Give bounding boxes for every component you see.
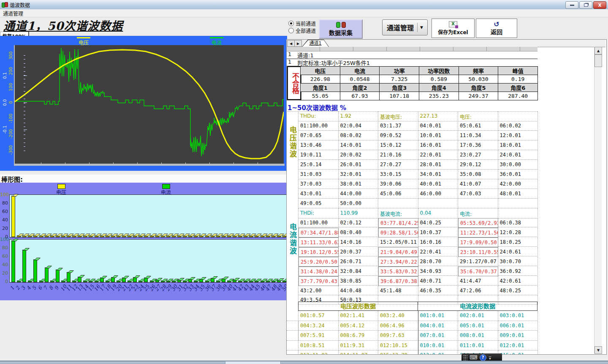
summary-value-cell: 55.05 <box>301 92 340 100</box>
harmonic-bar-42 <box>238 280 242 282</box>
harmonic-bar-34 <box>194 280 198 282</box>
ime-collapse-icon[interactable]: −▾ <box>489 356 492 360</box>
taskbar-button-peek[interactable] <box>225 361 281 364</box>
harmonic-cell: 40:0.01 <box>418 179 459 189</box>
app-icon <box>1 2 8 8</box>
harmonic-cell: 29:1.27/0.07 <box>458 257 498 266</box>
harmonic-bar-29 <box>166 235 170 237</box>
keyboard-icon[interactable]: ⌨ <box>470 356 478 360</box>
return-button[interactable]: ↺ 返回 <box>476 19 517 38</box>
menu-item-channel-management[interactable]: 通道管理 <box>0 10 26 17</box>
harmonic-bar-32 <box>183 280 187 282</box>
harmonic-bar-36 <box>205 235 209 237</box>
harmonic-bar-37 <box>211 235 214 237</box>
harmonic-bar-7 <box>45 267 49 282</box>
restore-button[interactable] <box>579 1 592 9</box>
harmonic-cell: 15:2.05/0.11 <box>378 237 418 247</box>
vertical-scrollbar[interactable]: ▲ ▼ <box>594 47 602 353</box>
waveform-current-cell: 008:0.01 <box>458 331 498 341</box>
waveform-voltage-cell: 012:10.15 <box>378 341 418 351</box>
minimize-button[interactable] <box>565 1 578 9</box>
harmonic-cell: 03:77.81/4.25 <box>378 218 418 228</box>
bar-y-tick-label: 0 <box>0 234 8 240</box>
harmonic-cell: 13:11.33/0.62 <box>299 237 339 247</box>
harmonic-bar-32 <box>183 235 187 237</box>
return-arrow-icon: ↺ <box>494 21 499 27</box>
x-axis-tick <box>113 162 114 164</box>
y-axis-minor-tick <box>24 63 25 64</box>
waveform-data-table: 001:0.57002:1.41003:2.40001:0.01002:0.01… <box>298 311 538 355</box>
harmonic-bar-18 <box>106 280 109 282</box>
y-axis-tick-label-inner: -200 <box>8 128 13 140</box>
harmonic-cell: 30:0.00 <box>498 160 538 170</box>
harmonic-cell: 34:0.93 <box>418 267 459 276</box>
waveform-current-cell: 005:0.01 <box>458 321 498 331</box>
radio-all-channels[interactable]: 全部通道 <box>288 27 316 34</box>
harmonic-bar-43 <box>244 235 247 237</box>
harmonic-bar-48 <box>271 280 275 282</box>
harmonic-bar-20 <box>117 235 120 237</box>
tab-scroll-left-button[interactable]: ◀ <box>287 40 295 47</box>
harmonic-bar-35 <box>199 235 203 237</box>
info-row-channel: 1通道:1 <box>287 51 537 59</box>
harmonic-cell: 22:0.41 <box>418 247 459 256</box>
x-axis-tick <box>233 162 234 164</box>
help-icon[interactable]: ? <box>480 354 486 361</box>
chevron-down-icon[interactable]: ▼ <box>417 23 423 32</box>
close-button[interactable]: X <box>593 1 606 9</box>
scrollbar-thumb[interactable] <box>594 54 602 67</box>
data-collect-button[interactable]: 数据采集 <box>319 19 363 39</box>
harmonic-bar-1 <box>11 240 15 282</box>
harmonic-bar-5 <box>33 259 37 282</box>
scroll-down-button[interactable]: ▼ <box>594 346 602 354</box>
harmonic-bar-24 <box>138 280 142 282</box>
harmonic-bar-13 <box>78 235 81 237</box>
y-axis-minor-tick <box>24 135 25 135</box>
harmonic-bar-9 <box>56 270 60 282</box>
harmonic-cell: 24:0.61 <box>498 247 538 256</box>
harmonic-cell: 33:0.15 <box>378 170 418 179</box>
radio-dot[interactable] <box>288 28 294 33</box>
y-axis-minor-tick <box>24 103 25 103</box>
harmonic-cell: 25:9.20/0.50 <box>299 257 339 267</box>
y-axis-minor-tick <box>24 87 25 87</box>
bar-x-tick-label: 7 <box>42 285 49 291</box>
harmonic-bar-41 <box>233 235 236 237</box>
channel-manage-button[interactable]: 通道管理 ▼ <box>382 19 428 35</box>
save-excel-button[interactable]: X 保存为Excel <box>432 19 475 38</box>
harmonic-bar-37 <box>211 278 214 282</box>
bar-x-tick-label: 5 <box>31 285 38 291</box>
harmonic-bar-12 <box>72 280 76 282</box>
harmonic-bar-36 <box>205 280 209 282</box>
harmonic-bar-8 <box>50 280 54 282</box>
waveform-row-gutter <box>287 351 299 355</box>
radio-dot[interactable] <box>288 21 294 26</box>
scroll-up-button[interactable]: ▲ <box>594 47 602 54</box>
waveform-row-gutter <box>287 321 299 331</box>
summary-header-cell: 电压 <box>301 67 340 75</box>
harmonic-bar-2 <box>17 280 21 282</box>
x-axis-tick <box>209 162 210 164</box>
waveform-current-cell: 010:0.01 <box>418 341 459 351</box>
waveform-current-cell: 007:0.01 <box>418 331 459 341</box>
harmonic-head-cell: 227.13 <box>418 111 459 121</box>
harmonic-cell: 41:0.07 <box>458 179 498 189</box>
tab-scroll-right-button[interactable]: ▶ <box>294 40 302 47</box>
harmonic-cell: 44:0.48 <box>339 286 379 295</box>
radio-current-channel[interactable]: 当前通道 <box>288 20 316 27</box>
current-bar-chart <box>9 239 287 283</box>
harmonic-bar-4 <box>28 280 32 282</box>
harmonic-bar-3 <box>22 235 26 237</box>
waveform-voltage-cell: 002:1.41 <box>339 311 379 321</box>
harmonic-bar-7 <box>45 235 49 237</box>
tab-channel-1[interactable]: 通道1 <box>302 40 329 47</box>
harmonic-cell: 06:0.02 <box>498 121 538 131</box>
bar-x-tick-label: 6 <box>36 285 43 291</box>
y-axis-minor-tick <box>24 55 25 56</box>
harmonic-cell: 07:0.65 <box>299 131 339 140</box>
drag-grip-icon[interactable] <box>463 355 467 361</box>
harmonic-bar-10 <box>61 235 65 237</box>
summary-header-cell: 频率 <box>459 67 499 75</box>
summary-value-cell: 0.0548 <box>340 75 380 84</box>
waveform-voltage-cell: 001:0.57 <box>299 311 339 321</box>
